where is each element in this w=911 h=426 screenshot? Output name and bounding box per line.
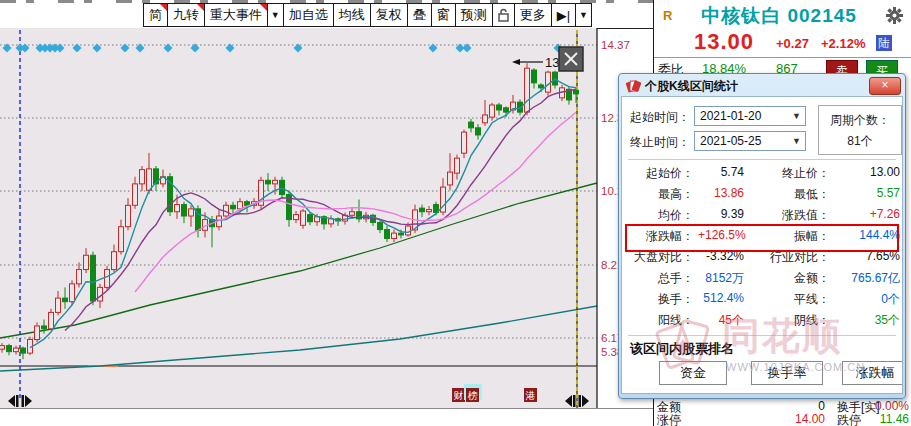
start-date-label: 起始时间： (630, 109, 690, 126)
rank-button-0[interactable]: 资金 (659, 361, 727, 385)
stat-value-10: 8152万 (698, 270, 744, 287)
toolbar-button-13[interactable]: ▼ (575, 3, 592, 27)
stat-value-14: 45个 (698, 312, 744, 329)
price-change: +0.27 (776, 36, 809, 51)
stock-title[interactable]: 中核钛白 002145 (684, 3, 874, 29)
stat-value-11: 765.67亿 (832, 270, 900, 287)
toolbar-button-6[interactable]: 复权 (370, 3, 408, 27)
stat-label-14: 阳线： (622, 312, 694, 329)
stat-label-4: 均价： (622, 207, 694, 224)
turnover-value: 0.00% (875, 399, 909, 413)
chevron-down-icon: ▼ (792, 136, 801, 146)
stat-value-2: 13.86 (698, 186, 744, 200)
toolbar-button-0[interactable]: 简 (143, 3, 168, 27)
toolbar-button-9[interactable]: 预测 (455, 3, 493, 27)
dialog-close-button[interactable]: × (869, 77, 901, 95)
toolbar-button-12[interactable]: ▶| (551, 3, 576, 27)
toolbar-button-1[interactable]: 九转 (167, 3, 205, 27)
dialog-body: 起始时间： 2021-01-20 ▼ 终止时间： 2021-05-25 ▼ 周期… (621, 96, 903, 394)
app-window: 简九转重大事件▼加自选均线复权叠窗预测更多▶|▼ 13.86财榜港14.3712… (0, 0, 911, 426)
end-date-label: 终止时间： (630, 134, 690, 151)
limit-up-label: 涨停 (657, 412, 681, 426)
event-badge: 港 (526, 390, 536, 401)
stat-value-5: +7.26 (832, 207, 900, 221)
toolbar-button-lock[interactable] (492, 3, 515, 27)
price-change-pct: +2.12% (821, 36, 865, 51)
kline-range-stats-dialog: 个股K线区间统计 × 起始时间： 2021-01-20 ▼ 终止时间： 2021… (618, 73, 906, 399)
highlight-red-box (625, 224, 899, 252)
ths-logo-icon (625, 78, 641, 94)
toolbar-button-11[interactable]: 更多 (514, 3, 552, 27)
new-flag-icon (197, 4, 204, 11)
stat-value-12: 512.4% (698, 291, 744, 305)
stat-label-13: 平线： (748, 291, 830, 308)
separator (628, 159, 896, 160)
margin-r-badge: R (663, 8, 672, 23)
period-count-label: 周期个数： (819, 112, 901, 129)
rank-button-2[interactable]: 涨跌幅 (842, 361, 903, 385)
new-flag-icon (160, 4, 167, 11)
chevron-down-icon: ▼ (792, 111, 801, 121)
stat-label-0: 起始价： (622, 165, 694, 182)
last-price: 13.00 (694, 29, 754, 55)
stat-label-3: 最低： (748, 186, 830, 203)
amount-value: 0 (818, 399, 825, 413)
stat-label-5: 涨跌值： (748, 207, 830, 224)
stat-label-11: 金额： (748, 270, 830, 287)
toolbar-button-3[interactable]: ▼ (267, 3, 284, 27)
stat-value-13: 0个 (832, 291, 900, 308)
board-badge[interactable]: 陆 (876, 35, 892, 51)
stat-label-2: 最高： (622, 186, 694, 203)
gear-icon[interactable] (886, 7, 903, 24)
dialog-titlebar[interactable]: 个股K线区间统计 × (621, 76, 903, 96)
lock-icon (498, 8, 509, 22)
end-date-value: 2021-05-25 (700, 134, 761, 148)
period-count-value: 81个 (819, 133, 901, 150)
rank-button-1[interactable]: 换手率 (751, 361, 823, 385)
stat-label-10: 总手： (622, 270, 694, 287)
quote-divider (654, 57, 911, 58)
stat-value-0: 5.74 (698, 165, 744, 179)
stat-value-4: 9.39 (698, 207, 744, 221)
stat-value-1: 13.00 (832, 165, 900, 179)
toolbar-button-5[interactable]: 均线 (333, 3, 371, 27)
start-date-select[interactable]: 2021-01-20 ▼ (694, 106, 806, 126)
kline-chart[interactable]: 13.86财榜港14.3712.310.28.216.175.38 (0, 28, 653, 426)
ranking-section-label: 该区间内股票排名 (630, 340, 734, 358)
chart-bottom-border (0, 408, 653, 409)
toolbar-button-7[interactable]: 叠 (407, 3, 432, 27)
stat-label-15: 阴线： (748, 312, 830, 329)
separator (628, 335, 896, 336)
start-date-value: 2021-01-20 (700, 109, 761, 123)
end-date-select[interactable]: 2021-05-25 ▼ (694, 131, 806, 151)
stat-value-3: 5.57 (832, 186, 900, 200)
chart-toolbar: 简九转重大事件▼加自选均线复权叠窗预测更多▶|▼ (0, 3, 592, 28)
event-badge: 财 (454, 390, 464, 401)
limit-up-value: 14.00 (795, 412, 825, 426)
quote-bottom-row-2: 涨停 14.00 跌停 11.46 (654, 412, 911, 425)
toolbar-button-8[interactable]: 窗 (431, 3, 456, 27)
quote-bottom-row-1: 金额 0 换手[实] 0.00% (654, 399, 911, 412)
quote-price-row: 13.00 +0.27 +2.12% 陆 (654, 29, 911, 56)
stat-label-12: 换手： (622, 291, 694, 308)
event-badge: 榜 (468, 390, 478, 401)
toolbar-button-2[interactable]: 重大事件 (204, 3, 268, 27)
new-flag-icon (260, 4, 267, 11)
quote-header-row: R 中核钛白 002145 (654, 3, 911, 29)
limit-down-label: 跌停 (837, 412, 861, 426)
period-count-box: 周期个数： 81个 (818, 105, 902, 155)
stat-value-15: 35个 (832, 312, 900, 329)
dialog-title: 个股K线区间统计 (645, 78, 738, 95)
limit-down-value: 11.46 (880, 412, 909, 426)
y-axis-label: 14.37 (601, 39, 630, 51)
stat-label-1: 终止价： (748, 165, 830, 182)
toolbar-button-4[interactable]: 加自选 (283, 3, 334, 27)
